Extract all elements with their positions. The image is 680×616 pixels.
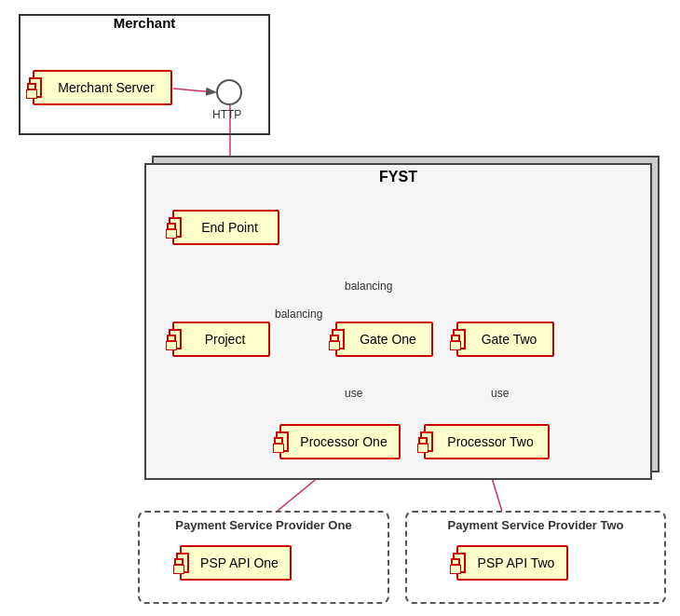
processor-two-box: Processor Two <box>424 424 550 459</box>
project-box: Project <box>172 322 270 357</box>
balancing-label-1: balancing <box>275 308 322 321</box>
gate-one-box: Gate One <box>335 322 433 357</box>
fyst-frame-label: FYST <box>375 169 421 185</box>
psp-api-one-box: PSP API One <box>180 545 292 581</box>
psp-one-frame-label: Payment Service Provider One <box>175 518 351 532</box>
use-label-1: use <box>345 387 362 400</box>
use-label-2: use <box>491 387 509 400</box>
balancing-label-2: balancing <box>345 280 392 293</box>
psp-two-frame-label: Payment Service Provider Two <box>447 518 623 532</box>
gate-two-box: Gate Two <box>456 322 554 357</box>
http-label: HTTP <box>212 108 241 121</box>
architecture-diagram: Merchant Merchant Server HTTP FYST End P… <box>0 0 680 616</box>
merchant-frame-label: Merchant <box>110 15 180 31</box>
merchant-server-box: Merchant Server <box>33 70 172 105</box>
endpoint-box: End Point <box>172 210 279 245</box>
http-node <box>216 79 242 105</box>
processor-one-box: Processor One <box>279 424 401 459</box>
psp-api-two-box: PSP API Two <box>456 545 568 581</box>
